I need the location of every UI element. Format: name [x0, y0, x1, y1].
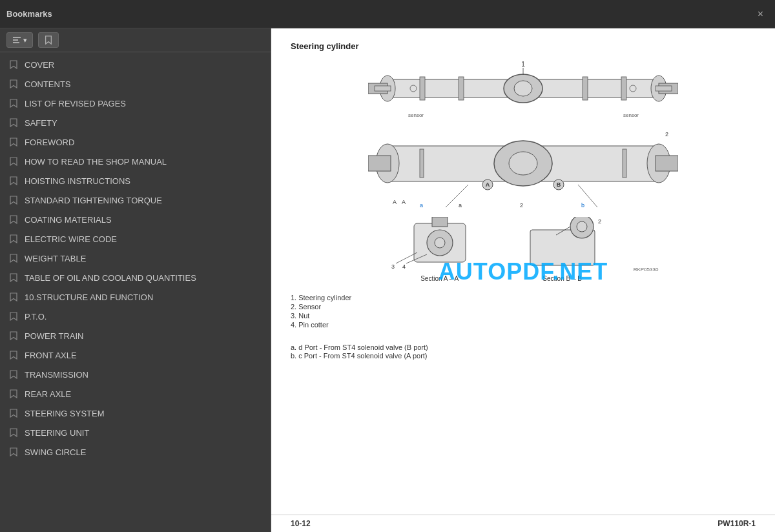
svg-text:A: A: [402, 199, 406, 205]
svg-text:A: A: [393, 199, 397, 205]
mid-diagram-svg: A B A A 2 a 2: [368, 127, 678, 210]
bookmark-item-front-axle[interactable]: FRONT AXLE: [0, 345, 271, 365]
close-button[interactable]: ×: [752, 6, 769, 23]
svg-rect-1: [13, 39, 18, 41]
bookmark-item-swing-circle[interactable]: SWING CIRCLE: [0, 442, 271, 462]
svg-text:2: 2: [598, 218, 601, 225]
bookmark-item-standard-torque[interactable]: STANDARD TIGHTENING TORQUE: [0, 190, 271, 210]
svg-text:4: 4: [402, 263, 406, 270]
svg-rect-47: [432, 217, 448, 227]
page-footer: 10-12 PW110R-1: [271, 515, 775, 532]
bookmark-flag-icon: [9, 156, 18, 167]
top-diagram: 1 sensor sensor: [368, 59, 678, 120]
bookmark-flag-icon: [9, 118, 18, 128]
legend-item-4: 4. Pin cotter: [291, 321, 351, 329]
bookmark-label: HOW TO READ THE SHOP MANUAL: [25, 157, 167, 167]
svg-text:2: 2: [520, 202, 523, 209]
section-a-container: 3 4 Section A – A: [388, 217, 491, 282]
bookmark-flag-icon: [9, 253, 18, 263]
bookmark-label: LIST OF REVISED PAGES: [25, 99, 126, 108]
section-diagrams: 3 4 Section A – A: [388, 217, 659, 282]
section-b-svg: 2: [511, 217, 614, 275]
svg-rect-15: [656, 86, 672, 91]
svg-text:B: B: [557, 181, 561, 188]
bookmark-label: SWING CIRCLE: [25, 447, 86, 457]
diagram-area: 1 sensor sensor: [291, 59, 756, 360]
svg-text:1: 1: [521, 61, 525, 68]
bookmark-flag-icon: [9, 272, 18, 283]
svg-rect-0: [13, 37, 21, 38]
bookmark-item-structure[interactable]: 10.STRUCTURE AND FUNCTION: [0, 287, 271, 307]
content-panel: AUTOPDF.NET Steering cylinder: [271, 28, 775, 532]
bookmark-item-how-to-read[interactable]: HOW TO READ THE SHOP MANUAL: [0, 152, 271, 171]
bookmark-label: WEIGHT TABLE: [25, 254, 86, 263]
bookmark-flag-icon: [9, 176, 18, 186]
section-a-label: Section A – A: [420, 275, 459, 282]
bookmark-label: TABLE OF OIL AND COOLAND QUANTITIES: [25, 273, 196, 283]
bookmark-flag-icon: [9, 98, 18, 108]
bookmark-flag-icon: [9, 331, 18, 341]
bookmark-item-contents[interactable]: CONTENTS: [0, 74, 271, 94]
collapse-all-button[interactable]: ▾: [6, 32, 33, 48]
bookmark-item-coating[interactable]: COATING MATERIALS: [0, 210, 271, 229]
svg-point-28: [509, 152, 537, 175]
bookmark-label: STANDARD TIGHTENING TORQUE: [25, 196, 162, 205]
svg-text:A: A: [486, 181, 490, 188]
svg-point-54: [577, 221, 587, 232]
svg-text:a: a: [420, 202, 423, 209]
bookmark-flag-icon: [9, 59, 18, 70]
svg-rect-26: [656, 156, 678, 171]
bookmark-flag-icon: [9, 369, 18, 380]
bookmark-item-electric-wire[interactable]: ELECTRIC WIRE CODE: [0, 229, 271, 249]
page-content: AUTOPDF.NET Steering cylinder: [271, 28, 775, 515]
ref-code: RKP05330: [634, 267, 659, 272]
bookmark-item-weight-table[interactable]: WEIGHT TABLE: [0, 249, 271, 268]
bookmark-item-cover[interactable]: COVER: [0, 55, 271, 74]
legend-item-1: 1. Steering cylinder: [291, 294, 351, 302]
svg-text:sensor: sensor: [408, 112, 424, 118]
bookmark-item-foreword[interactable]: FOREWORD: [0, 132, 271, 152]
main-area: ▾ COVER CONTENTS LIST OF REVISED PAGES S…: [0, 28, 775, 532]
bookmark-label: REAR AXLE: [25, 389, 71, 399]
bookmark-label: POWER TRAIN: [25, 331, 84, 341]
bookmark-item-rear-axle[interactable]: REAR AXLE: [0, 384, 271, 404]
svg-rect-43: [623, 149, 626, 178]
bookmark-item-power-train[interactable]: POWER TRAIN: [0, 326, 271, 345]
bookmark-flag-icon: [9, 311, 18, 322]
legend-area: 1. Steering cylinder 2. Sensor 3. Nut 4.…: [291, 289, 351, 334]
notes-area: a. d Port - From ST4 solenoid valve (B p…: [291, 343, 428, 360]
bookmark-label: COATING MATERIALS: [25, 215, 112, 225]
bookmark-list: COVER CONTENTS LIST OF REVISED PAGES SAF…: [0, 52, 271, 532]
bookmark-item-transmission[interactable]: TRANSMISSION: [0, 365, 271, 384]
bookmark-item-oil-coolant[interactable]: TABLE OF OIL AND COOLAND QUANTITIES: [0, 268, 271, 287]
svg-rect-25: [368, 156, 391, 171]
bookmark-flag-icon: [9, 447, 18, 457]
bookmark-icon: [44, 36, 53, 45]
page-number: 10-12: [291, 519, 311, 528]
bookmark-flag-icon: [9, 389, 18, 399]
bookmark-label: CONTENTS: [25, 79, 71, 89]
bookmark-item-list-revised[interactable]: LIST OF REVISED PAGES: [0, 94, 271, 113]
bookmark-flag-icon: [9, 408, 18, 418]
bookmark-add-button[interactable]: [38, 32, 59, 48]
bookmark-item-pto[interactable]: P.T.O.: [0, 307, 271, 326]
bookmark-flag-icon: [9, 195, 18, 205]
bookmark-label: HOISTING INSTRUCTIONS: [25, 176, 130, 186]
collapse-arrow: ▾: [23, 36, 27, 45]
section-a-svg: 3 4: [388, 217, 491, 275]
legend-item-2: 2. Sensor: [291, 303, 351, 311]
svg-line-40: [446, 185, 468, 207]
svg-rect-14: [375, 86, 391, 91]
page-ref: PW110R-1: [718, 519, 756, 528]
panel-title: Bookmarks: [6, 9, 52, 19]
svg-rect-2: [13, 42, 19, 43]
svg-point-46: [435, 238, 445, 248]
bookmark-label: ELECTRIC WIRE CODE: [25, 234, 117, 244]
bookmark-item-steering-system[interactable]: STEERING SYSTEM: [0, 404, 271, 423]
bookmark-item-steering-unit[interactable]: STEERING UNIT: [0, 423, 271, 442]
bookmark-flag-icon: [9, 427, 18, 438]
bookmark-item-safety[interactable]: SAFETY: [0, 113, 271, 132]
bookmark-flag-icon: [9, 214, 18, 225]
bookmark-label: SAFETY: [25, 118, 57, 128]
bookmark-item-hoisting[interactable]: HOISTING INSTRUCTIONS: [0, 171, 271, 190]
